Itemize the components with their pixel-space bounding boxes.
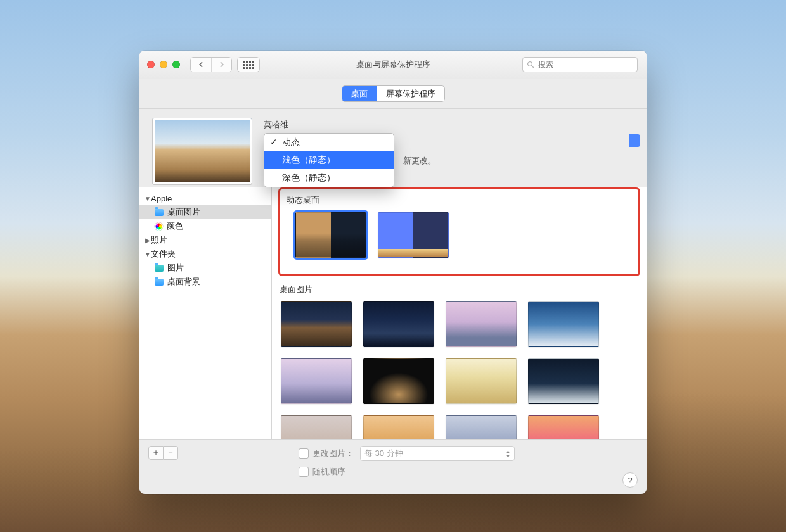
wallpaper-controls: 莫哈维 动态 浅色（静态） 深色（静态） 新更改。 [264,118,634,185]
dynamic-thumbs [287,207,632,267]
dynamic-wallpaper-mojave[interactable] [295,212,366,258]
sidebar-label: 文件夹 [151,248,176,260]
nav-back-forward [190,57,232,72]
group-header-pictures: 桌面图片 [272,280,647,296]
back-button[interactable] [191,58,211,72]
wallpaper-thumb[interactable] [446,301,517,347]
wallpaper-thumb[interactable] [363,301,434,347]
tab-desktop[interactable]: 桌面 [342,86,377,101]
stepper-icon: ▲▼ [506,449,510,459]
folder-icon [155,265,164,272]
forward-button[interactable] [211,58,231,72]
sidebar-item-desktop-bg[interactable]: 桌面背景 [139,275,271,289]
sidebar-group-photos[interactable]: ▶ 照片 [139,233,271,247]
folder-icon [155,279,164,286]
titlebar: 桌面与屏幕保护程序 [139,51,647,79]
wallpaper-thumb[interactable] [281,358,352,404]
disclosure-triangle-icon[interactable]: ▶ [145,237,151,244]
appearance-popup[interactable]: 动态 浅色（静态） 深色（静态） [264,133,394,187]
wallpaper-thumb[interactable] [446,415,517,439]
change-interval-select[interactable]: 每 30 分钟 ▲▼ [360,446,515,461]
search-icon [527,61,534,68]
wallpaper-thumb[interactable] [363,415,434,439]
preferences-window: 桌面与屏幕保护程序 桌面 屏幕保护程序 莫哈维 动态 浅色（静态） 深色（静态）… [139,51,647,494]
tabs: 桌面 屏幕保护程序 [342,86,445,102]
popup-stepper-icon [629,134,640,147]
picture-thumbs [272,296,647,439]
change-picture-row: 更改图片： 每 30 分钟 ▲▼ [299,446,515,461]
sidebar-label: Apple [151,194,172,203]
sidebar-label: 照片 [151,234,167,246]
remove-folder-button[interactable]: － [164,446,178,460]
sidebar-item-pictures[interactable]: 图片 [139,261,271,275]
wallpaper-preview [152,118,252,185]
footer-bar: ＋ － 更改图片： 每 30 分钟 ▲▼ 随机顺序 ? [139,439,647,494]
grid-icon [243,61,254,69]
svg-line-1 [532,66,534,68]
popup-option-light[interactable]: 浅色（静态） [264,151,394,169]
sidebar-item-colors[interactable]: 颜色 [139,219,271,233]
wallpaper-thumb[interactable] [528,415,599,439]
minimize-button[interactable] [160,61,167,68]
popup-option-dark[interactable]: 深色（静态） [264,169,394,187]
wallpaper-thumb[interactable] [446,358,517,404]
annotation-highlight: 动态桌面 [278,187,640,276]
svg-point-0 [528,62,532,66]
wallpaper-thumb[interactable] [528,358,599,404]
wallpaper-browser[interactable]: 动态桌面 桌面图片 [272,187,647,439]
tab-screensaver[interactable]: 屏幕保护程序 [377,86,444,101]
search-input[interactable] [537,60,637,70]
color-wheel-icon [155,222,163,231]
sidebar-label: 颜色 [167,220,183,232]
source-sidebar[interactable]: ▼ Apple 桌面图片 颜色 ▶ 照片 ▼ 文件夹 图片 [139,187,272,439]
show-all-button[interactable] [237,57,260,72]
close-button[interactable] [147,61,155,68]
random-order-checkbox[interactable] [299,467,309,477]
random-order-row: 随机顺序 [299,466,515,478]
wallpaper-thumb[interactable] [281,415,352,439]
traffic-lights [147,61,180,68]
wallpaper-name: 莫哈维 [264,119,634,130]
tabs-bar: 桌面 屏幕保护程序 [139,79,647,109]
body-split: ▼ Apple 桌面图片 颜色 ▶ 照片 ▼ 文件夹 图片 [139,187,647,439]
add-folder-button[interactable]: ＋ [148,446,164,460]
sidebar-item-desktop-pictures[interactable]: 桌面图片 [139,205,271,219]
random-order-label: 随机顺序 [312,466,345,478]
popup-option-dynamic[interactable]: 动态 [264,134,394,151]
sidebar-label: 图片 [167,262,184,274]
change-picture-checkbox[interactable] [299,448,309,459]
group-header-dynamic: 动态桌面 [287,191,632,207]
folder-icon [155,209,164,216]
help-button[interactable]: ? [622,472,638,488]
dynamic-wallpaper-solar[interactable] [378,212,449,258]
wallpaper-thumb[interactable] [281,301,352,347]
interval-value: 每 30 分钟 [364,448,403,459]
sidebar-label: 桌面图片 [167,206,200,218]
zoom-button[interactable] [172,61,180,68]
search-field[interactable] [522,57,638,72]
wallpaper-thumb[interactable] [363,358,434,404]
wallpaper-description: 新更改。 [403,156,436,167]
sidebar-group-apple[interactable]: ▼ Apple [139,191,271,205]
change-picture-label: 更改图片： [312,448,354,459]
disclosure-triangle-icon[interactable]: ▼ [145,251,151,258]
wallpaper-hero: 莫哈维 动态 浅色（静态） 深色（静态） 新更改。 [139,109,647,187]
wallpaper-thumb[interactable] [528,301,599,347]
sidebar-label: 桌面背景 [167,276,200,288]
sidebar-group-folders[interactable]: ▼ 文件夹 [139,247,271,261]
disclosure-triangle-icon[interactable]: ▼ [145,195,151,202]
